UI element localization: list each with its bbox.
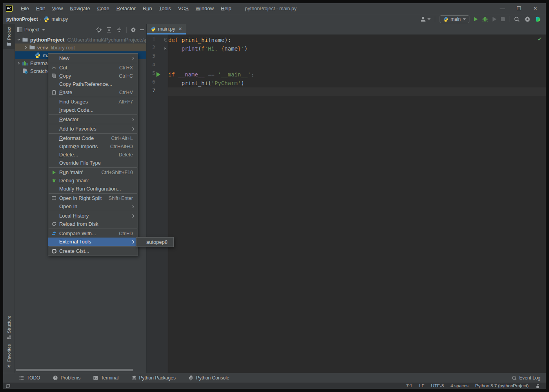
editor-body[interactable]: ✔ 1 2 3 4 5 6 7 def print_hi(name):	[147, 34, 546, 373]
file-encoding[interactable]: UTF-8	[431, 383, 444, 388]
menu-item-open-in-right-split[interactable]: Open in Right SplitShift+Enter	[48, 194, 138, 202]
menu-code[interactable]: Code	[94, 5, 113, 11]
menu-vcs[interactable]: VCS	[175, 5, 192, 11]
toolbar-todo[interactable]: TODO	[19, 375, 40, 381]
close-button[interactable]: ✕	[527, 5, 544, 11]
stop-button[interactable]	[501, 17, 505, 21]
chevron-right-icon[interactable]	[16, 61, 21, 65]
lock-icon[interactable]	[535, 383, 540, 388]
menu-item-open-in[interactable]: Open In	[48, 202, 138, 211]
tab-main-py[interactable]: main.py ✕	[147, 24, 186, 34]
run-configuration-select[interactable]: main	[440, 15, 469, 23]
chevron-down-icon[interactable]	[42, 29, 45, 31]
menu-item-modify-run-configuration[interactable]: Modify Run Configuration...	[48, 185, 138, 193]
menu-item-reformat-code[interactable]: Reformat CodeCtrl+Alt+L	[48, 134, 138, 142]
menu-item-external-tools[interactable]: External Tools	[48, 238, 138, 246]
split-icon	[51, 195, 57, 201]
coverage-button[interactable]	[493, 17, 496, 22]
menu-item-run-main[interactable]: Run 'main'Ctrl+Shift+F10	[48, 168, 138, 176]
tool-window-switcher-icon[interactable]	[5, 383, 11, 388]
stripe-tab-favorites[interactable]: Favorites ★	[7, 342, 11, 371]
project-tool-icon	[17, 27, 22, 32]
menu-item-cut[interactable]: ✂CutCtrl+X	[48, 64, 138, 72]
chevron-right-icon[interactable]	[24, 45, 28, 49]
horizontal-scrollbar[interactable]	[16, 369, 133, 371]
toolbar-terminal[interactable]: Terminal	[93, 375, 118, 381]
menu-item-copy[interactable]: CopyCtrl+C	[48, 72, 138, 80]
menu-separator	[49, 193, 137, 194]
editor-tab-strip: main.py ✕	[147, 24, 546, 34]
indent-setting[interactable]: 4 spaces	[451, 383, 469, 388]
toolbar-python-console[interactable]: Python Console	[188, 375, 229, 381]
menu-navigate[interactable]: Navigate	[66, 5, 93, 11]
close-tab-icon[interactable]: ✕	[178, 26, 182, 32]
fold-marker-icon[interactable]	[164, 47, 167, 50]
menu-tools[interactable]: Tools	[156, 5, 175, 11]
submenu-item-autopep8[interactable]: autopep8	[136, 238, 173, 246]
window-title: pythonProject - main.py	[245, 6, 296, 11]
toolbar-python-packages[interactable]: Python Packages	[131, 375, 176, 381]
collapse-all-icon[interactable]	[116, 27, 122, 33]
scissors-icon: ✂	[51, 65, 57, 71]
menu-item-paste[interactable]: PasteCtrl+V	[48, 88, 138, 96]
menu-item-new[interactable]: New	[48, 54, 138, 62]
run-button[interactable]	[474, 17, 478, 22]
menu-item-compare-with[interactable]: Compare With...Ctrl+D	[48, 229, 138, 238]
divider	[126, 27, 127, 33]
menu-item-delete[interactable]: Delete...Delete	[48, 151, 138, 159]
stripe-tab-structure[interactable]: Structure	[7, 313, 11, 342]
interpreter[interactable]: Python 3.7 (pythonProject)	[475, 383, 529, 388]
locate-file-icon[interactable]	[96, 27, 102, 33]
panel-gear-icon[interactable]	[131, 27, 136, 33]
line-ending[interactable]: LF	[419, 383, 424, 388]
chevron-down-icon[interactable]	[16, 38, 21, 42]
maximize-button[interactable]: ☐	[511, 5, 527, 11]
hide-panel-icon[interactable]	[140, 29, 144, 30]
code-area[interactable]: def print_hi(name): print(f'Hi, {name}')…	[168, 34, 546, 373]
event-log-button[interactable]: Event Log	[512, 375, 540, 381]
structure-icon	[7, 335, 11, 339]
breadcrumb-file[interactable]: main.py	[51, 16, 68, 22]
menu-item-inspect-code[interactable]: Inspect Code...	[48, 106, 138, 114]
minimize-button[interactable]: —	[494, 5, 511, 11]
menu-item-optimize-imports[interactable]: Optimize ImportsCtrl+Alt+O	[48, 142, 138, 151]
python-file-icon	[443, 16, 449, 22]
tree-row-venv[interactable]: venv library root	[15, 44, 146, 51]
fold-marker-icon[interactable]	[164, 38, 167, 42]
menu-view[interactable]: View	[48, 5, 66, 11]
menu-window[interactable]: Window	[192, 5, 217, 11]
menu-item-find-usages[interactable]: Find UsagesAlt+F7	[48, 98, 138, 106]
menu-item-create-gist[interactable]: Create Gist...	[48, 247, 138, 255]
debug-button[interactable]	[482, 16, 488, 22]
menu-item-debug-main[interactable]: Debug 'main'	[48, 176, 138, 185]
settings-gear-icon[interactable]	[524, 16, 531, 22]
title-bar: PC File Edit View Navigate Code Refactor…	[3, 3, 546, 14]
menu-item-override-file-type[interactable]: Override File Type	[48, 159, 138, 167]
inspections-ok-icon[interactable]: ✔	[538, 36, 542, 42]
menu-item-reload-from-disk[interactable]: Reload from Disk	[48, 220, 138, 228]
menu-item-refactor[interactable]: Refactor	[48, 115, 138, 123]
learn-plugin-icon[interactable]	[535, 16, 541, 22]
menu-item-copy-path[interactable]: Copy Path/Reference...	[48, 80, 138, 88]
menu-separator	[49, 97, 137, 97]
stripe-tab-project[interactable]: Project	[3, 24, 15, 49]
caret-position[interactable]: 7:1	[406, 383, 413, 388]
breadcrumb-project[interactable]: pythonProject	[6, 16, 38, 22]
expand-all-icon[interactable]	[106, 27, 112, 33]
menu-refactor[interactable]: Refactor	[113, 5, 139, 11]
project-panel-header: Project	[15, 24, 146, 35]
menu-edit[interactable]: Edit	[33, 5, 48, 11]
user-menu-button[interactable]	[420, 16, 431, 22]
toolbar-problems[interactable]: Problems	[53, 375, 80, 381]
menu-file[interactable]: File	[17, 5, 33, 11]
run-line-icon[interactable]	[156, 72, 160, 77]
tool-window-stripe: Project Structure Favorites ★	[3, 24, 15, 373]
reload-icon	[51, 221, 57, 227]
menu-item-add-to-favorites[interactable]: Add to Favorites	[48, 125, 138, 133]
menu-item-local-history[interactable]: Local History	[48, 212, 138, 220]
tree-row-python-project[interactable]: pythonProject C:\Users\khmak\PycharmProj…	[15, 36, 146, 44]
project-panel-title[interactable]: Project	[24, 27, 40, 33]
search-icon[interactable]	[514, 16, 520, 22]
menu-run[interactable]: Run	[139, 5, 156, 11]
menu-help[interactable]: Help	[217, 5, 235, 11]
